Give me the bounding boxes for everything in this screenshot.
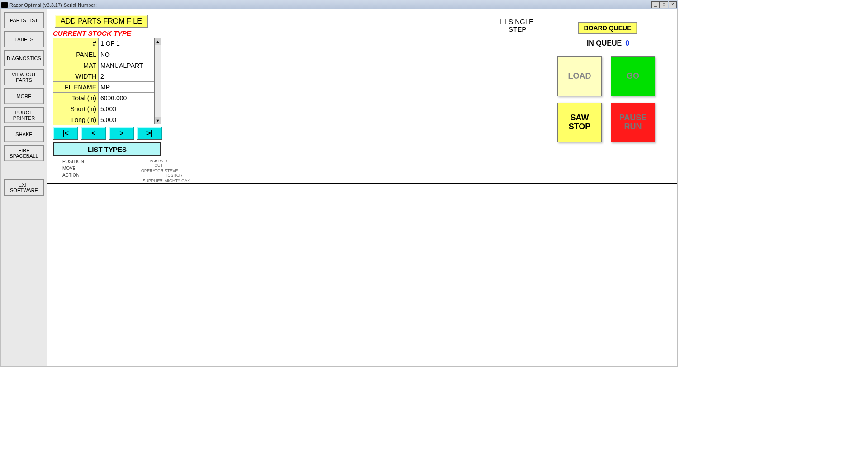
go-button[interactable]: GO: [611, 56, 655, 96]
add-parts-from-file-button[interactable]: ADD PARTS FROM FILE: [55, 15, 148, 28]
in-queue-box: IN QUEUE 0: [571, 37, 645, 50]
in-queue-value: 0: [625, 39, 629, 47]
single-step-label: SINGLE STEP: [509, 18, 533, 33]
exit-software-button[interactable]: EXIT SOFTWARE: [4, 179, 44, 196]
stock-table-scrollbar[interactable]: ▲ ▼: [154, 38, 161, 124]
stock-label: Long (in): [53, 114, 99, 125]
stock-row-filename: FILENAME MP: [53, 81, 154, 92]
close-button[interactable]: ×: [669, 1, 677, 8]
status-left: POSITION MOVE ACTION: [53, 158, 136, 181]
list-types-button[interactable]: LIST TYPES: [53, 142, 161, 156]
purge-printer-button[interactable]: PURGE PRINTER: [4, 107, 44, 123]
pause-run-button[interactable]: PAUSE RUN: [611, 103, 655, 142]
stock-value[interactable]: 6000.000: [99, 93, 154, 103]
fire-spaceball-button[interactable]: FIRE SPACEBALL: [4, 145, 44, 161]
status-position-label: POSITION: [53, 158, 136, 165]
stock-row-number: # 1 OF 1: [53, 38, 154, 49]
stock-value[interactable]: NO: [99, 49, 154, 60]
app-window: Razor Optimal (v3.3.17) Serial Number: _…: [0, 0, 678, 367]
stock-value[interactable]: MP: [99, 82, 154, 92]
nav-next-button[interactable]: >: [109, 127, 134, 140]
operator-label: OPERATOR: [141, 169, 165, 178]
stock-row-width: WIDTH 2: [53, 70, 154, 81]
load-button[interactable]: LOAD: [557, 56, 602, 96]
board-queue-button[interactable]: BOARD QUEUE: [578, 22, 637, 34]
current-stock-type-heading: CURRENT STOCK TYPE: [53, 29, 131, 37]
stock-row-long: Long (in) 5.000: [53, 114, 154, 125]
stock-row-panel: PANEL NO: [53, 49, 154, 60]
stock-label: Short (in): [53, 103, 99, 114]
divider-line: [47, 183, 677, 184]
stock-row-short: Short (in) 5.000: [53, 103, 154, 114]
nav-prev-button[interactable]: <: [81, 127, 106, 140]
single-step-checkbox[interactable]: [500, 19, 506, 24]
stock-label: WIDTH: [53, 71, 99, 81]
nav-buttons: |< < > >|: [53, 127, 162, 140]
status-move-label: MOVE: [53, 165, 136, 172]
stock-label: PANEL: [53, 49, 99, 60]
sidebar: PARTS LIST LABELS DIAGNOSTICS VIEW CUT P…: [1, 9, 47, 366]
single-step-toggle[interactable]: SINGLE STEP: [500, 18, 533, 33]
stock-label: MAT: [53, 60, 99, 70]
stock-row-total: Total (in) 6000.000: [53, 92, 154, 103]
status-action-label: ACTION: [53, 172, 136, 179]
titlebar: Razor Optimal (v3.3.17) Serial Number: _…: [0, 0, 678, 9]
in-queue-label: IN QUEUE: [587, 39, 622, 47]
nav-first-button[interactable]: |<: [53, 127, 78, 140]
saw-stop-button[interactable]: SAW STOP: [557, 103, 602, 142]
parts-cut-label: PARTS CUT: [141, 159, 165, 168]
parts-cut-value: 0: [165, 159, 196, 168]
nav-last-button[interactable]: >|: [137, 127, 162, 140]
stock-row-mat: MAT MANUALPART: [53, 60, 154, 70]
window-title: Razor Optimal (v3.3.17) Serial Number:: [9, 2, 97, 8]
shake-button[interactable]: SHAKE: [4, 126, 44, 142]
diagnostics-button[interactable]: DIAGNOSTICS: [4, 50, 44, 66]
stock-label: #: [53, 38, 99, 49]
parts-list-button[interactable]: PARTS LIST: [4, 12, 44, 28]
more-button[interactable]: MORE: [4, 88, 44, 104]
scroll-up-icon[interactable]: ▲: [155, 38, 161, 45]
stock-value[interactable]: 5.000: [99, 103, 154, 114]
main-panel: ADD PARTS FROM FILE CURRENT STOCK TYPE #…: [47, 9, 677, 366]
supplier-value: MIGHTY OAK: [165, 179, 196, 183]
minimize-button[interactable]: _: [651, 1, 660, 8]
stock-label: FILENAME: [53, 82, 99, 92]
scroll-down-icon[interactable]: ▼: [155, 117, 161, 124]
labels-button[interactable]: LABELS: [4, 31, 44, 47]
stock-label: Total (in): [53, 93, 99, 103]
stock-value[interactable]: 5.000: [99, 114, 154, 125]
body-area: PARTS LIST LABELS DIAGNOSTICS VIEW CUT P…: [0, 9, 678, 367]
stock-value[interactable]: MANUALPART: [99, 60, 154, 70]
stock-value[interactable]: 2: [99, 71, 154, 81]
stock-table: # 1 OF 1 PANEL NO MAT MANUALPART WIDTH 2…: [53, 38, 154, 125]
view-cut-parts-button[interactable]: VIEW CUT PARTS: [4, 69, 44, 85]
operator-value: STEVE HOSHOR: [165, 169, 196, 178]
status-right: PARTS CUT0 OPERATORSTEVE HOSHOR SUPPLIER…: [139, 158, 198, 181]
supplier-label: SUPPLIER: [141, 179, 165, 183]
maximize-button[interactable]: □: [660, 1, 668, 8]
action-button-grid: LOAD GO SAW STOP PAUSE RUN: [557, 56, 655, 142]
app-icon: [1, 2, 8, 8]
stock-value[interactable]: 1 OF 1: [99, 38, 154, 49]
